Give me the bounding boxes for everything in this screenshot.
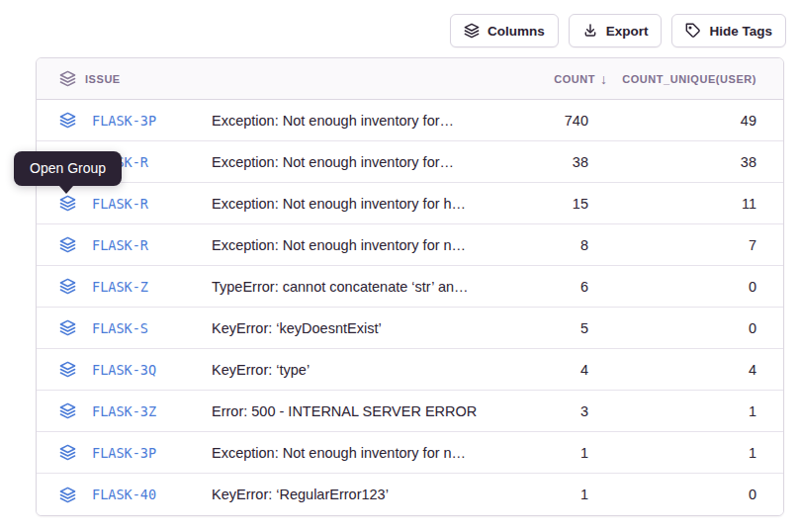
table-body: FLASK-3P Exception: Not enough inventory… xyxy=(37,100,783,515)
issue-link[interactable]: FLASK-R xyxy=(92,196,148,212)
tag-icon xyxy=(685,23,701,39)
count-unique-value: 1 xyxy=(588,445,756,461)
issue-link[interactable]: FLASK-R xyxy=(92,237,148,253)
issue-title: Exception: Not enough inventory for n… xyxy=(212,445,493,461)
count-unique-value: 1 xyxy=(588,403,756,419)
open-group-icon[interactable] xyxy=(59,112,76,129)
open-group-icon[interactable] xyxy=(59,195,76,212)
open-group-tooltip-label: Open Group xyxy=(30,160,106,176)
count-unique-value: 0 xyxy=(588,487,756,502)
open-group-icon[interactable] xyxy=(59,319,76,336)
column-header-issue-label: ISSUE xyxy=(85,73,121,85)
count-unique-value: 38 xyxy=(588,154,756,170)
issue-title: Exception: Not enough inventory for n… xyxy=(212,237,493,253)
count-unique-value: 11 xyxy=(588,196,756,212)
count-unique-value: 4 xyxy=(588,362,756,378)
table-row[interactable]: FLASK-R Exception: Not enough inventory … xyxy=(37,224,783,266)
count-value: 38 xyxy=(493,154,588,170)
open-group-icon[interactable] xyxy=(59,236,76,253)
issue-title: KeyError: ‘type’ xyxy=(212,362,493,378)
count-unique-value: 0 xyxy=(588,279,756,295)
column-header-count-unique[interactable]: COUNT_UNIQUE(USER) xyxy=(588,73,756,85)
issue-link[interactable]: FLASK-S xyxy=(92,320,148,336)
issue-title: Exception: Not enough inventory for h… xyxy=(212,196,493,212)
count-value: 3 xyxy=(493,403,588,419)
table-toolbar: Columns Export Hide Tags xyxy=(450,14,786,47)
export-button-label: Export xyxy=(606,24,649,39)
count-unique-value: 7 xyxy=(588,237,756,253)
hide-tags-button-label: Hide Tags xyxy=(709,24,772,39)
issue-title: KeyError: ‘keyDoesntExist’ xyxy=(212,320,493,336)
download-icon xyxy=(582,23,598,39)
count-value: 6 xyxy=(493,279,588,295)
column-header-count-unique-label: COUNT_UNIQUE(USER) xyxy=(622,73,756,85)
table-row[interactable]: FLASK-R Exception: Not enough inventory … xyxy=(37,141,783,183)
count-value: 1 xyxy=(493,487,588,502)
open-group-icon[interactable] xyxy=(59,278,76,295)
table-row[interactable]: FLASK-S KeyError: ‘keyDoesntExist’ 5 0 xyxy=(37,308,783,349)
issue-title: Error: 500 - INTERNAL SERVER ERROR xyxy=(212,403,493,419)
issue-link[interactable]: FLASK-Z xyxy=(92,279,148,295)
count-value: 740 xyxy=(493,113,588,129)
open-group-icon[interactable] xyxy=(59,361,76,378)
table-row[interactable]: FLASK-3Q KeyError: ‘type’ 4 4 xyxy=(37,349,783,391)
export-button[interactable]: Export xyxy=(569,14,663,47)
issue-link[interactable]: FLASK-3P xyxy=(92,113,156,129)
issue-title: TypeError: cannot concatenate ‘str’ an… xyxy=(212,279,493,295)
table-header-row: ISSUE COUNT ↓ COUNT_UNIQUE(USER) xyxy=(37,58,783,100)
issue-link[interactable]: FLASK-3P xyxy=(92,445,156,461)
issue-link[interactable]: FLASK-3Z xyxy=(92,403,156,419)
issue-title: Exception: Not enough inventory for… xyxy=(212,154,493,170)
table-row[interactable]: FLASK-R Exception: Not enough inventory … xyxy=(37,183,783,224)
issue-title: Exception: Not enough inventory for… xyxy=(212,113,493,129)
table-row[interactable]: FLASK-40 KeyError: ‘RegularError123’ 1 0 xyxy=(37,474,783,515)
count-value: 1 xyxy=(493,445,588,461)
issue-link[interactable]: FLASK-3Q xyxy=(92,362,156,378)
issue-title: KeyError: ‘RegularError123’ xyxy=(212,487,493,502)
count-value: 15 xyxy=(493,196,588,212)
layers-icon xyxy=(464,23,480,39)
hide-tags-button[interactable]: Hide Tags xyxy=(671,14,786,47)
table-row[interactable]: FLASK-Z TypeError: cannot concatenate ‘s… xyxy=(37,266,783,308)
table-row[interactable]: FLASK-3P Exception: Not enough inventory… xyxy=(37,100,783,141)
layers-icon xyxy=(59,70,76,87)
count-value: 4 xyxy=(493,362,588,378)
open-group-icon[interactable] xyxy=(59,444,76,461)
columns-button-label: Columns xyxy=(488,24,545,39)
open-group-tooltip: Open Group xyxy=(14,151,122,186)
columns-button[interactable]: Columns xyxy=(450,14,559,47)
issue-link[interactable]: FLASK-40 xyxy=(92,487,156,502)
open-group-icon[interactable] xyxy=(59,402,76,419)
open-group-icon[interactable] xyxy=(59,487,76,503)
count-value: 8 xyxy=(493,237,588,253)
table-row[interactable]: FLASK-3Z Error: 500 - INTERNAL SERVER ER… xyxy=(37,391,783,432)
results-table: ISSUE COUNT ↓ COUNT_UNIQUE(USER) FLASK-3… xyxy=(36,57,784,516)
column-header-issue[interactable]: ISSUE xyxy=(37,70,212,87)
count-value: 5 xyxy=(493,320,588,336)
count-unique-value: 49 xyxy=(588,113,756,129)
count-unique-value: 0 xyxy=(588,320,756,336)
table-row[interactable]: FLASK-3P Exception: Not enough inventory… xyxy=(37,432,783,474)
